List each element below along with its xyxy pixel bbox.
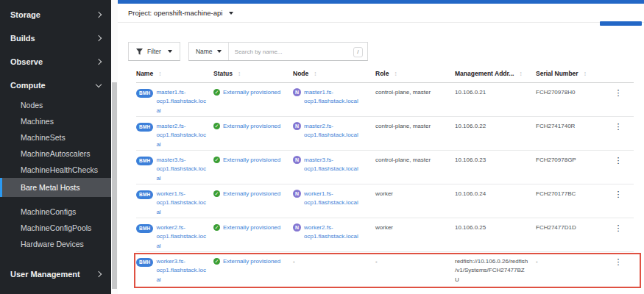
- name-filter-select[interactable]: Name: [189, 43, 229, 60]
- sidebar-nav: StorageBuildsObserveComputeNodesMachines…: [0, 0, 111, 294]
- status-cell: ✓Externally provisioned: [213, 190, 293, 218]
- status-link[interactable]: Externally provisioned: [223, 88, 280, 97]
- status-cell: ✓Externally provisioned: [213, 257, 293, 287]
- sidebar-item-storage[interactable]: Storage: [0, 3, 111, 26]
- node-link[interactable]: master1.fs-ocp1.flashstack.local: [304, 88, 369, 107]
- host-name-link[interactable]: master3.fs-ocp1.flashstack.local: [156, 156, 208, 183]
- sidebar-item-builds[interactable]: Builds: [0, 26, 111, 50]
- status-link[interactable]: Externally provisioned: [223, 190, 280, 198]
- serial-number-cell: FCH270978GP: [536, 156, 604, 184]
- sidebar-item-observe[interactable]: Observe: [0, 50, 111, 74]
- column-header-label: Status: [213, 70, 233, 77]
- node-link[interactable]: master2.fs-ocp1.flashstack.local: [304, 122, 369, 140]
- host-name-link[interactable]: master2.fs-ocp1.flashstack.local: [156, 122, 208, 149]
- chevron-down-icon: [229, 12, 233, 15]
- success-check-icon: ✓: [213, 224, 220, 231]
- success-check-icon: ✓: [213, 190, 220, 197]
- row-kebab-menu[interactable]: ⋮: [612, 190, 626, 218]
- column-header-serial-number: Serial Number↕: [536, 70, 604, 77]
- management-address-value: 10.106.0.21: [455, 88, 528, 97]
- sidebar-item-user-management[interactable]: User Management: [0, 262, 111, 286]
- project-selector[interactable]: Project: openshift-machine-api: [128, 9, 233, 17]
- column-header-label: Management Addr...: [455, 70, 514, 77]
- sidebar-item-compute[interactable]: Compute: [0, 74, 111, 97]
- row-kebab-menu[interactable]: ⋮: [612, 223, 626, 251]
- row-kebab-menu[interactable]: ⋮: [612, 122, 626, 150]
- name-cell: BMHmaster3.fs-ocp1.flashstack.local: [136, 156, 213, 184]
- column-header-status: Status↕: [213, 70, 293, 77]
- management-address-value: redfish://10.106.0.26/redfish/v1/Systems…: [455, 257, 528, 284]
- main-content: Project: openshift-machine-api Filter Na…: [118, 0, 644, 294]
- name-cell: BMHmaster1.fs-ocp1.flashstack.local: [136, 88, 213, 116]
- filter-label: Filter: [147, 48, 161, 55]
- success-check-icon: ✓: [213, 123, 220, 129]
- sidebar-item-machinesets[interactable]: MachineSets: [0, 129, 111, 146]
- sidebar-item-machineautoscalers[interactable]: MachineAutoscalers: [0, 146, 111, 162]
- sidebar-item-machineconfigpools[interactable]: MachineConfigPools: [0, 220, 111, 236]
- host-name-link[interactable]: master1.fs-ocp1.flashstack.local: [156, 88, 208, 115]
- table-row: BMHworker3.fs-ocp1.flashstack.local✓Exte…: [136, 252, 634, 288]
- column-header-label: Serial Number: [536, 70, 578, 77]
- sort-icon[interactable]: ↕: [238, 70, 241, 77]
- sidebar-item-machineconfigs[interactable]: MachineConfigs: [0, 204, 111, 220]
- sort-icon[interactable]: ↕: [394, 70, 397, 77]
- name-filter-label: Name: [196, 48, 213, 55]
- column-header-role: Role↕: [375, 70, 455, 77]
- sidebar-item-bare-metal-hosts[interactable]: Bare Metal Hosts: [0, 178, 111, 197]
- management-address-value: 10.106.0.22: [455, 122, 528, 131]
- chevron-down-icon: [96, 81, 102, 87]
- node-link[interactable]: master3.fs-ocp1.flashstack.local: [304, 156, 369, 174]
- host-name-link[interactable]: worker3.fs-ocp1.flashstack.local: [156, 257, 208, 284]
- sidebar-item-administration[interactable]: Administration: [0, 286, 111, 294]
- node-cell: Nworker2.fs-ocp1.flashstack.local: [293, 223, 375, 251]
- status-link[interactable]: Externally provisioned: [223, 223, 280, 232]
- bmh-resource-badge: BMH: [136, 190, 153, 200]
- sidebar-item-machinehealthchecks[interactable]: MachineHealthChecks: [0, 162, 111, 178]
- status-link[interactable]: Externally provisioned: [223, 156, 280, 165]
- sort-icon[interactable]: ↕: [158, 70, 161, 77]
- node-link[interactable]: worker1.fs-ocp1.flashstack.local: [304, 190, 369, 208]
- sidebar-scrollbar[interactable]: [111, 0, 118, 294]
- row-kebab-menu[interactable]: ⋮: [612, 257, 626, 287]
- search-input[interactable]: [229, 49, 367, 55]
- sidebar-item-machines[interactable]: Machines: [0, 113, 111, 129]
- host-name-link[interactable]: worker1.fs-ocp1.flashstack.local: [156, 190, 208, 217]
- chevron-right-icon: [96, 59, 102, 65]
- name-cell: BMHworker1.fs-ocp1.flashstack.local: [136, 190, 213, 218]
- table-header-row: Name↕Status↕Node↕Role↕Management Addr...…: [136, 66, 634, 83]
- column-header-label: Node: [293, 70, 308, 77]
- sidebar-scrollbar-thumb[interactable]: [112, 82, 117, 289]
- column-header-label: Role: [375, 70, 389, 77]
- node-cell: Nmaster2.fs-ocp1.flashstack.local: [293, 122, 375, 150]
- node-cell: Nmaster1.fs-ocp1.flashstack.local: [293, 88, 375, 116]
- sort-icon[interactable]: ↕: [584, 70, 587, 77]
- sidebar-item-nodes[interactable]: Nodes: [0, 97, 111, 113]
- status-link[interactable]: Externally provisioned: [223, 257, 280, 266]
- sidebar-item-hardware-devices[interactable]: Hardware Devices: [0, 236, 111, 252]
- role-cell: control-plane, master: [375, 88, 455, 116]
- active-tab-indicator: [600, 21, 642, 26]
- host-name-link[interactable]: worker2.fs-ocp1.flashstack.local: [156, 223, 208, 251]
- row-kebab-menu[interactable]: ⋮: [612, 88, 626, 116]
- table-body: BMHmaster1.fs-ocp1.flashstack.local✓Exte…: [136, 83, 634, 288]
- table-row: BMHmaster1.fs-ocp1.flashstack.local✓Exte…: [136, 83, 634, 117]
- node-link[interactable]: worker2.fs-ocp1.flashstack.local: [304, 223, 369, 242]
- row-kebab-menu[interactable]: ⋮: [612, 156, 626, 184]
- serial-number-cell: FCH270177BC: [536, 190, 604, 218]
- filter-dropdown[interactable]: Filter: [128, 42, 180, 61]
- project-selector-label: Project: openshift-machine-api: [128, 9, 222, 17]
- sidebar-submenu-compute: NodesMachinesMachineSetsMachineAutoscale…: [0, 97, 111, 254]
- role-cell: control-plane, master: [375, 156, 455, 184]
- node-resource-badge: N: [293, 156, 301, 164]
- status-cell: ✓Externally provisioned: [213, 156, 293, 184]
- management-address-cell: 10.106.0.25: [455, 223, 536, 251]
- chevron-down-icon: [217, 50, 222, 53]
- node-resource-badge: N: [293, 190, 301, 198]
- status-link[interactable]: Externally provisioned: [223, 122, 280, 131]
- node-resource-badge: N: [293, 122, 301, 130]
- chevron-down-icon: [168, 50, 172, 53]
- search-shortcut-hint: /: [353, 47, 362, 57]
- search-group: Name /: [188, 42, 368, 61]
- sort-icon[interactable]: ↕: [314, 70, 316, 77]
- sort-icon[interactable]: ↕: [519, 70, 522, 77]
